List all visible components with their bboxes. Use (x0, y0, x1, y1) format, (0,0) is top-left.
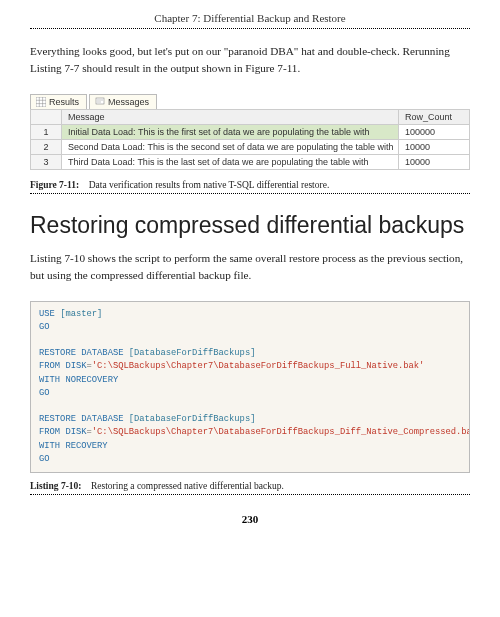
grid-icon (36, 97, 46, 107)
svg-rect-5 (96, 98, 104, 104)
figure-caption: Figure 7-11: Data verification results f… (30, 180, 470, 194)
code-kw: RESTORE DATABASE (39, 414, 123, 424)
code-obj: [DatabaseForDiffBackups] (129, 348, 256, 358)
code-kw: DISK (65, 361, 86, 371)
code-obj: [master] (60, 309, 102, 319)
section-paragraph: Listing 7-10 shows the script to perform… (30, 250, 470, 285)
tab-messages-label: Messages (108, 97, 149, 107)
code-kw: FROM (39, 361, 60, 371)
tab-results[interactable]: Results (30, 94, 87, 109)
code-kw: RESTORE DATABASE (39, 348, 123, 358)
results-tabs: Results Messages (30, 94, 470, 109)
chapter-header: Chapter 7: Differential Backup and Resto… (30, 12, 470, 29)
tab-messages[interactable]: Messages (89, 94, 157, 109)
cell-message: Initial Data Load: This is the first set… (62, 124, 399, 139)
code-kw: GO (39, 322, 50, 332)
col-rownum (31, 109, 62, 124)
code-kw: DISK (65, 427, 86, 437)
row-number: 1 (31, 124, 62, 139)
cell-count: 10000 (399, 154, 470, 169)
cell-count: 10000 (399, 139, 470, 154)
code-kw: WITH NORECOVERY (39, 375, 118, 385)
section-heading: Restoring compressed differential backup… (30, 212, 470, 239)
listing-caption: Listing 7-10: Restoring a compressed nat… (30, 481, 470, 495)
row-number: 3 (31, 154, 62, 169)
code-kw: GO (39, 388, 50, 398)
col-message: Message (62, 109, 399, 124)
table-row[interactable]: 1 Initial Data Load: This is the first s… (31, 124, 470, 139)
figure-caption-text: Data verification results from native T-… (89, 180, 330, 190)
code-str: 'C:\SQLBackups\Chapter7\DatabaseForDiffB… (92, 361, 425, 371)
messages-icon (95, 97, 105, 107)
listing-caption-text: Restoring a compressed native differenti… (91, 481, 284, 491)
cell-count: 100000 (399, 124, 470, 139)
page-number: 230 (30, 513, 470, 525)
cell-message: Second Data Load: This is the second set… (62, 139, 399, 154)
table-row[interactable]: 2 Second Data Load: This is the second s… (31, 139, 470, 154)
intro-paragraph: Everything looks good, but let's put on … (30, 43, 470, 78)
code-kw: FROM (39, 427, 60, 437)
table-row[interactable]: 3 Third Data Load: This is the last set … (31, 154, 470, 169)
sql-code-block: USE [master] GO RESTORE DATABASE [Databa… (30, 301, 470, 473)
code-kw: GO (39, 454, 50, 464)
code-kw: WITH RECOVERY (39, 441, 108, 451)
figure-caption-label: Figure 7-11: (30, 180, 79, 190)
row-number: 2 (31, 139, 62, 154)
code-str: 'C:\SQLBackups\Chapter7\DatabaseForDiffB… (92, 427, 470, 437)
listing-caption-label: Listing 7-10: (30, 481, 81, 491)
tab-results-label: Results (49, 97, 79, 107)
results-panel: Results Messages Message Row_Count 1 Ini… (30, 94, 470, 170)
code-kw: USE (39, 309, 55, 319)
col-row-count: Row_Count (399, 109, 470, 124)
code-obj: [DatabaseForDiffBackups] (129, 414, 256, 424)
results-table: Message Row_Count 1 Initial Data Load: T… (30, 109, 470, 170)
cell-message: Third Data Load: This is the last set of… (62, 154, 399, 169)
svg-rect-0 (36, 97, 46, 107)
